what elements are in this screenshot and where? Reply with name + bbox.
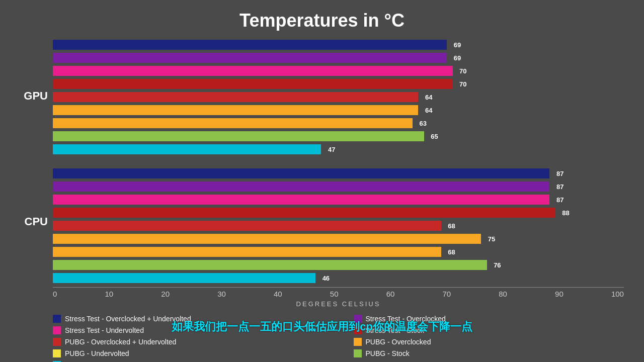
legend-label: PUBG - Undervolted [65,349,129,357]
bar-row: 68 [53,220,624,232]
bar-row: 46 [53,272,624,284]
bar-value-label: 75 [488,235,495,243]
gpu-bars: 696970706464636547 [53,39,624,155]
bar-row: 87 [53,194,624,206]
bar-value-label: 69 [454,54,461,62]
bar-value-label: 46 [323,275,330,282]
gpu-label: GPU [24,89,48,103]
x-axis-label: 80 [499,290,507,298]
bar-row: 88 [53,207,624,219]
bar-row: 70 [53,65,624,77]
chart-container: Temperatures in °C GPU CPU 6969707064646… [0,0,644,362]
legend-item: PUBG - Overclocked + Undervolted [53,338,324,346]
bar: 46 [53,273,315,283]
bar: 87 [53,195,549,205]
bar: 68 [53,247,441,257]
x-axis-label: 100 [611,290,624,298]
legend-label: Stress Test - Undervolted [65,326,144,334]
legend-label: PUBG - Stock [366,349,410,357]
bar: 87 [53,168,549,178]
x-axis-label: 90 [555,290,564,298]
x-axis-label: 60 [386,290,395,298]
bar-row: 64 [53,104,624,116]
bar: 70 [53,66,453,76]
bar-value-label: 87 [556,170,564,177]
bar-value-label: 68 [448,248,455,256]
x-axis-label: 0 [53,290,57,298]
bars-area: 696970706464636547 878787886875687646 [53,39,624,285]
bar-value-label: 70 [459,67,466,75]
bar: 76 [53,260,487,270]
bar-row: 76 [53,259,624,271]
x-axis-labels: 0102030405060708090100 [53,288,624,300]
x-axis-label: 20 [161,290,170,298]
legend-color [53,349,61,357]
x-axis-label: 40 [274,290,282,298]
cpu-label: CPU [25,215,48,228]
bar-value-label: 70 [459,80,466,88]
bar-value-label: 65 [431,133,438,140]
bar-value-label: 64 [425,94,432,101]
bar: 75 [53,234,481,244]
legend-item: PUBG - Stock [354,349,624,357]
x-axis-label: 50 [330,290,339,298]
cpu-bars: 878787886875687646 [53,167,624,284]
bar-value-label: 87 [556,183,564,191]
legend-item: PUBG - Undervolted [53,349,324,357]
bar: 69 [53,53,447,63]
y-axis: GPU CPU [20,39,53,285]
bar-value-label: 88 [562,209,569,217]
bar-row: 64 [53,91,624,103]
bar-row: 47 [53,143,624,155]
legend-item: PUBG - Overclocked [354,338,624,346]
bar: 47 [53,144,321,154]
bar-value-label: 47 [328,146,335,153]
legend-color [53,338,61,346]
bar-row: 87 [53,167,624,179]
bar-row: 63 [53,117,624,129]
bar: 69 [53,40,447,50]
legend-color [354,349,362,357]
bar-row: 70 [53,78,624,90]
legend-label: PUBG - Overclocked [366,338,431,346]
legend-color [53,315,61,323]
bar-value-label: 68 [448,222,455,230]
legend-label: PUBG - Overclocked + Undervolted [65,338,176,346]
bar: 63 [53,118,413,128]
bar-value-label: 64 [425,107,432,114]
bar: 64 [53,105,418,115]
x-axis-label: 30 [217,290,226,298]
bar: 88 [53,208,555,218]
bar-value-label: 63 [420,120,427,127]
bar-row: 75 [53,233,624,245]
bar-row: 69 [53,52,624,64]
x-axis-title: DEGREES CELSIUS [53,300,624,308]
bar-value-label: 87 [556,196,564,204]
bar-row: 87 [53,180,624,193]
x-axis: 0102030405060708090100 DEGREES CELSIUS [20,287,624,308]
bar-row: 69 [53,39,624,51]
bar: 87 [53,182,549,192]
legend-color [354,338,362,346]
bar-row: 68 [53,246,624,258]
x-axis-label: 70 [442,290,451,298]
bar-value-label: 69 [454,41,461,49]
subtitle-overlay: 如果我们把一点一五的口头低估应用到cp你的温度会下降一点 [172,319,472,334]
bar: 68 [53,221,441,231]
x-axis-label: 10 [105,290,113,298]
chart-title: Temperatures in °C [20,10,624,31]
bar-row: 65 [53,130,624,142]
legend-color [53,326,61,334]
bar-value-label: 76 [494,261,501,269]
bar: 70 [53,79,453,89]
bar: 65 [53,131,424,141]
bar: 64 [53,92,418,102]
